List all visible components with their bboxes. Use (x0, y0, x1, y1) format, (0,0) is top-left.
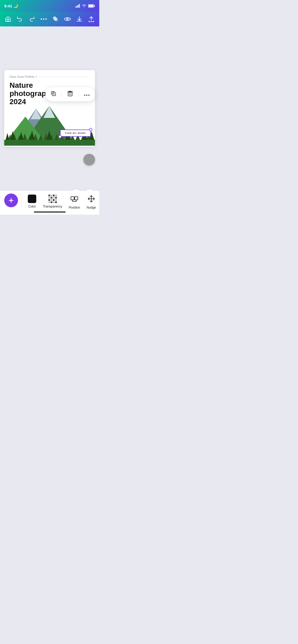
svg-point-7 (41, 19, 42, 20)
nudge-icon (87, 195, 96, 204)
transparency-tool[interactable]: Transparency (43, 194, 62, 209)
svg-rect-47 (68, 92, 72, 96)
add-element-button[interactable] (4, 194, 18, 207)
svg-point-52 (88, 95, 89, 96)
more-options-button[interactable] (84, 91, 90, 97)
more-button[interactable] (38, 14, 49, 24)
bottom-tools: Color Transparency (25, 194, 99, 209)
undo-button[interactable] (15, 14, 25, 24)
svg-rect-3 (79, 4, 80, 8)
svg-rect-6 (94, 5, 95, 7)
copy-button[interactable] (51, 91, 56, 98)
svg-marker-37 (6, 133, 9, 140)
view-work-button[interactable]: VIEW MY WORK (60, 130, 91, 137)
design-card[interactable]: Daisy Jonas Portfolio :) Nature photogra… (4, 70, 95, 147)
color-label: Color (28, 205, 36, 208)
position-icon (70, 195, 79, 204)
home-button[interactable] (3, 14, 13, 24)
transparency-label: Transparency (43, 205, 62, 208)
svg-point-9 (46, 19, 47, 20)
nudge-label: Nudge (87, 206, 96, 209)
svg-rect-5 (89, 5, 93, 7)
scrubber-handle[interactable] (83, 154, 95, 165)
moon-icon: 🌙 (13, 3, 18, 8)
status-icons (75, 4, 95, 8)
share-button[interactable] (86, 14, 97, 24)
svg-rect-57 (71, 197, 74, 200)
svg-rect-2 (78, 5, 79, 8)
svg-point-51 (86, 95, 87, 96)
preview-button[interactable] (62, 14, 73, 24)
battery-icon (88, 4, 95, 8)
floating-action-toolbar (45, 87, 95, 101)
clock: 9:41 (4, 4, 12, 8)
card-header-label: Daisy Jonas Portfolio :) (10, 75, 37, 78)
layers-button[interactable] (50, 14, 61, 24)
svg-marker-15 (31, 109, 41, 119)
redo-button[interactable] (26, 14, 37, 24)
card-header: Daisy Jonas Portfolio :) (10, 75, 90, 78)
status-bar: 9:41 🌙 (0, 0, 99, 12)
svg-rect-1 (77, 6, 78, 8)
view-work-label: VIEW MY WORK (65, 132, 86, 134)
nudge-tool[interactable]: Nudge (87, 194, 96, 209)
status-time: 9:41 🌙 (4, 3, 18, 8)
color-swatch (28, 195, 36, 203)
svg-point-8 (43, 19, 44, 20)
delete-button[interactable] (67, 90, 73, 98)
svg-point-13 (67, 18, 68, 20)
download-button[interactable] (74, 14, 85, 24)
svg-point-50 (84, 95, 85, 96)
color-tool[interactable]: Color (28, 194, 36, 209)
svg-rect-19 (4, 140, 95, 146)
svg-rect-0 (75, 6, 76, 8)
wifi-icon (82, 4, 87, 8)
canvas-area: Daisy Jonas Portfolio :) Nature photogra… (0, 26, 99, 191)
editor-toolbar (0, 12, 99, 26)
transparency-icon (48, 195, 57, 203)
bottom-divider (21, 195, 21, 208)
position-label: Position (69, 206, 80, 209)
home-indicator (34, 211, 66, 213)
card-header-line (39, 77, 90, 77)
bottom-bar: Color Transparency (0, 191, 99, 215)
position-tool[interactable]: Position (69, 194, 80, 209)
signal-icon (75, 4, 80, 8)
svg-rect-58 (75, 197, 78, 200)
